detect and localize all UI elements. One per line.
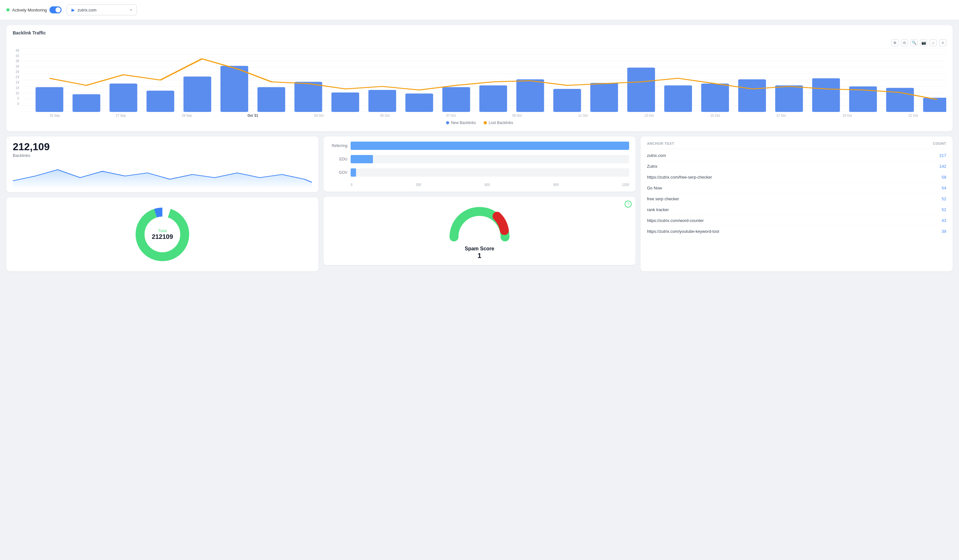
anchor-count-value[interactable]: 54 <box>942 186 946 190</box>
anchor-text-value: https://zutrix.com/youtube-keyword-tool <box>647 229 719 234</box>
backlinks-count: 212,109 <box>13 142 312 152</box>
zoom-in-button[interactable]: ⊕ <box>891 39 898 46</box>
monitor-label: Actively Monitoring <box>12 8 47 13</box>
anchor-text-value: zutrix.com <box>647 153 666 158</box>
anchor-text-value: Zutrix <box>647 164 658 169</box>
bar-label-referring: Referring <box>330 143 347 148</box>
bar-label-gov: GOV <box>330 170 347 175</box>
spam-gauge <box>448 205 511 243</box>
svg-rect-15 <box>183 76 211 112</box>
anchor-col-count-label: COUNT <box>933 142 946 145</box>
anchor-count-value[interactable]: 217 <box>939 153 946 158</box>
monitor-toggle-switch[interactable] <box>49 6 62 13</box>
svg-rect-24 <box>516 80 544 112</box>
anchor-count-value[interactable]: 52 <box>942 196 946 201</box>
top-bar: Actively Monitoring ▶ zutrix.com ▾ <box>0 0 959 20</box>
chart-inner <box>22 48 946 112</box>
bar-chart-inner: Referring EDU GOV <box>330 142 629 186</box>
bar-fill-edu <box>350 155 373 163</box>
status-dot <box>6 8 10 11</box>
svg-rect-18 <box>295 82 322 112</box>
x-label: 29 Sep <box>154 114 220 117</box>
domain-icon: ▶ <box>72 7 75 13</box>
anchor-count-value[interactable]: 58 <box>942 175 946 180</box>
bar-track-gov <box>350 169 629 177</box>
home-button[interactable]: ⌂ <box>930 39 937 46</box>
legend-new-label: New Backlinks <box>451 121 476 125</box>
domain-text: zutrix.com <box>78 8 127 13</box>
anchor-count-value[interactable]: 142 <box>939 164 946 169</box>
svg-rect-35 <box>923 98 946 112</box>
svg-rect-19 <box>331 92 359 112</box>
menu-button[interactable]: ≡ <box>939 39 946 46</box>
spam-title: Spam Score <box>465 246 494 251</box>
donut-wrapper: Total 212109 <box>131 202 194 266</box>
donut-center: Total 212109 <box>152 228 173 240</box>
donut-value: 212109 <box>152 233 173 240</box>
left-column: 212,109 Backlinks <box>6 137 319 271</box>
x-label: 21 Oct <box>880 114 946 117</box>
legend-new-backlinks: New Backlinks <box>446 121 476 125</box>
legend-dot-lost <box>484 121 487 124</box>
monitor-toggle-section: Actively Monitoring <box>6 6 62 13</box>
anchor-text-value: https://zutrix.com/word-counter <box>647 218 704 223</box>
svg-rect-20 <box>368 90 396 112</box>
anchor-text-value: rank tracker <box>647 207 669 212</box>
bottom-grid: 212,109 Backlinks <box>6 137 953 271</box>
anchor-table-row: zutrix.com 217 <box>647 150 946 161</box>
sparkline-area <box>13 162 312 187</box>
anchor-text-value: Go Now <box>647 186 662 190</box>
bar-track-referring <box>350 142 629 150</box>
svg-rect-30 <box>738 80 766 112</box>
zoom-out-button[interactable]: ⊖ <box>901 39 908 46</box>
svg-rect-32 <box>812 78 840 112</box>
svg-rect-25 <box>553 89 581 112</box>
svg-rect-27 <box>627 68 655 112</box>
svg-rect-31 <box>775 86 803 112</box>
backlinks-label: Backlinks <box>13 153 312 158</box>
chart-controls: ⊕ ⊖ 🔍 📷 ⌂ ≡ <box>13 39 946 46</box>
x-label: 15 Oct <box>682 114 748 117</box>
anchor-count-value[interactable]: 43 <box>942 218 946 223</box>
bar-row-gov: GOV <box>330 169 629 177</box>
bar-fill-referring <box>350 142 629 150</box>
anchor-table-row: https://zutrix.com/word-counter 43 <box>647 215 946 226</box>
x-label: 19 Oct <box>814 114 880 117</box>
spam-label: Spam Score 1 <box>465 246 494 260</box>
anchor-count-value[interactable]: 39 <box>942 229 946 234</box>
svg-rect-16 <box>220 66 248 112</box>
x-label: 11 Oct <box>550 114 616 117</box>
svg-marker-36 <box>13 170 312 187</box>
bar-label-edu: EDU <box>330 157 347 161</box>
help-icon[interactable]: ? <box>624 200 632 208</box>
legend-lost-label: Lost Backlinks <box>489 121 513 125</box>
sparkline-svg <box>13 162 312 187</box>
bar-fill-gov <box>350 169 356 177</box>
legend-lost-backlinks: Lost Backlinks <box>484 121 513 125</box>
svg-rect-12 <box>72 94 100 112</box>
x-label: 07 Oct <box>418 114 484 117</box>
anchor-header: ANCHOR TEXT COUNT <box>647 142 946 149</box>
camera-button[interactable]: 📷 <box>920 39 927 46</box>
anchor-table-row: https://zutrix.com/free-serp-checker 58 <box>647 172 946 183</box>
search-button[interactable]: 🔍 <box>911 39 918 46</box>
donut-label: Total <box>152 228 173 233</box>
svg-rect-21 <box>406 94 433 112</box>
chart-legend: New Backlinks Lost Backlinks <box>13 121 946 125</box>
svg-rect-28 <box>664 86 692 112</box>
domain-selector[interactable]: ▶ zutrix.com ▾ <box>67 5 137 15</box>
x-label: 17 Oct <box>748 114 814 117</box>
bar-chart-card: Referring EDU GOV <box>323 137 636 192</box>
x-label: 05 Oct <box>352 114 418 117</box>
traffic-card: Backlink Traffic ⊕ ⊖ 🔍 📷 ⌂ ≡ 48 43 38 34… <box>6 25 953 131</box>
backlink-chart-area: 48 43 38 34 29 24 19 14 10 5 0 <box>13 48 946 112</box>
x-label: 25 Sep <box>22 114 88 117</box>
x-label: 03 Oct <box>286 114 352 117</box>
anchor-count-value[interactable]: 52 <box>942 207 946 212</box>
x-axis: 25 Sep 27 Sep 29 Sep Oct '21 03 Oct 05 O… <box>13 112 946 117</box>
backlinks-stat-card: 212,109 Backlinks <box>6 137 319 192</box>
middle-column: Referring EDU GOV <box>323 137 636 271</box>
svg-rect-23 <box>480 86 507 112</box>
traffic-card-title: Backlink Traffic <box>13 30 946 35</box>
spam-score-card: ? Spam Score 1 <box>323 197 636 265</box>
